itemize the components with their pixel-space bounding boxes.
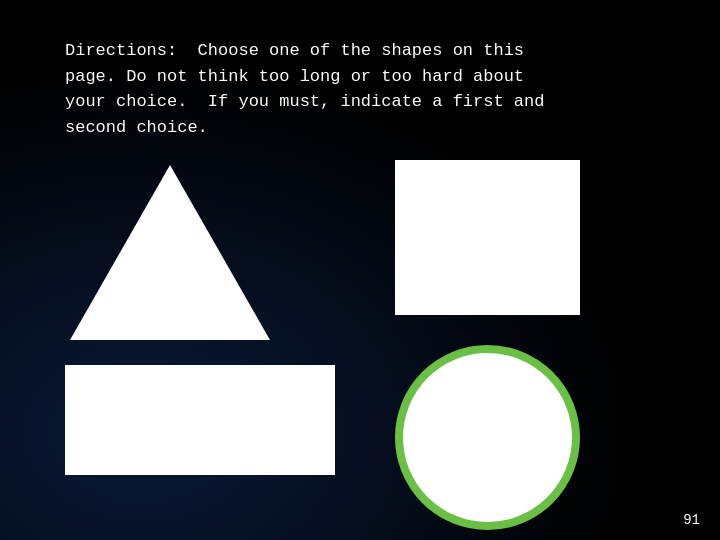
triangle-shape[interactable]	[65, 160, 275, 345]
circle-shape[interactable]	[395, 345, 580, 530]
page-container: Directions: Choose one of the shapes on …	[0, 0, 720, 540]
svg-marker-0	[70, 165, 270, 340]
rectangle-shape[interactable]	[65, 365, 335, 475]
directions-text: Directions: Choose one of the shapes on …	[65, 38, 655, 140]
page-number: 91	[683, 512, 700, 528]
square-shape[interactable]	[395, 160, 580, 315]
